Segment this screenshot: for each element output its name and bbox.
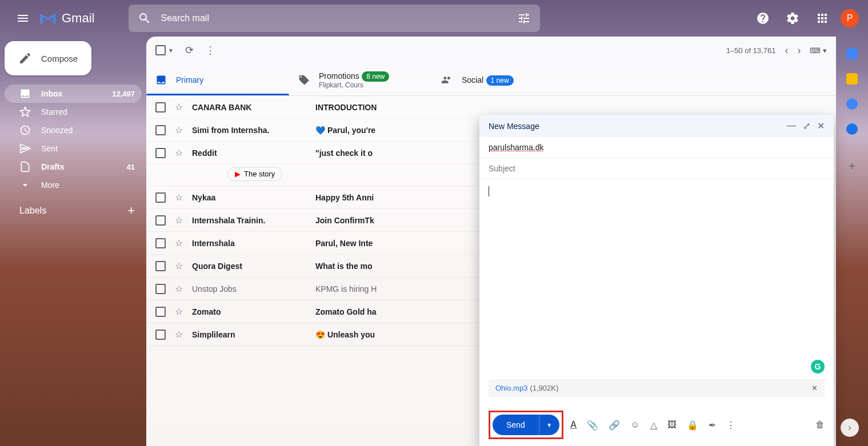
emoji-icon[interactable]: ☺ <box>630 420 639 430</box>
star-icon[interactable]: ☆ <box>175 283 183 294</box>
nav-drafts[interactable]: Drafts 41 <box>5 158 142 176</box>
nav-sent[interactable]: Sent <box>5 139 142 158</box>
star-icon[interactable]: ☆ <box>175 192 183 203</box>
star-icon[interactable]: ☆ <box>175 102 183 112</box>
signature-icon[interactable]: ✒ <box>709 420 716 431</box>
tab-primary[interactable]: Primary <box>146 64 289 95</box>
search-options-icon[interactable] <box>517 11 531 25</box>
category-tabs: Primary Promotions 8 new Flipkart, Cours… <box>146 64 836 96</box>
send-button[interactable]: Send <box>493 415 539 435</box>
star-icon[interactable]: ☆ <box>175 215 183 226</box>
email-checkbox[interactable] <box>155 148 166 158</box>
email-sender: Unstop Jobs <box>192 284 306 294</box>
email-checkbox[interactable] <box>155 261 166 271</box>
star-icon[interactable]: ☆ <box>175 147 183 158</box>
discard-draft-button[interactable]: 🗑 <box>815 420 825 430</box>
nav-snoozed[interactable]: Snoozed <box>5 121 142 139</box>
star-icon[interactable]: ☆ <box>175 329 183 340</box>
format-icon[interactable]: A <box>570 420 577 430</box>
inbox-icon <box>19 88 31 99</box>
confidential-icon[interactable]: 🔒 <box>687 420 698 431</box>
toolbar: ▼ ⟳ ⋮ 1–50 of 13,761 ‹ › ⌨ ▾ <box>146 37 836 64</box>
link-icon[interactable]: 🔗 <box>609 420 620 431</box>
star-icon[interactable]: ☆ <box>175 260 183 271</box>
compose-button[interactable]: Compose <box>5 41 91 75</box>
fullscreen-button[interactable]: ⤢ <box>803 120 810 131</box>
labels-header: Labels + <box>5 194 142 223</box>
next-page-button[interactable]: › <box>797 45 801 57</box>
calendar-app-icon[interactable] <box>846 48 858 59</box>
email-checkbox[interactable] <box>155 284 166 294</box>
email-subject: Zomato Gold ha <box>315 307 377 316</box>
email-sender: Simi from Internsha. <box>192 126 306 135</box>
recipients-field[interactable]: parulsharma.dk <box>479 137 834 158</box>
select-dropdown[interactable]: ▼ <box>168 47 174 54</box>
gmail-logo[interactable]: Gmail <box>39 11 94 26</box>
close-button[interactable]: ✕ <box>817 120 825 131</box>
compose-header[interactable]: New Message — ⤢ ✕ <box>479 115 834 137</box>
minimize-button[interactable]: — <box>787 120 796 131</box>
compose-title: New Message <box>489 122 539 131</box>
clock-icon <box>19 124 31 136</box>
nav-starred[interactable]: Starred <box>5 103 142 121</box>
show-side-panel-button[interactable]: › <box>841 419 859 437</box>
search-icon <box>138 11 151 25</box>
grammarly-icon[interactable]: G <box>811 360 825 373</box>
email-checkbox[interactable] <box>155 192 166 203</box>
settings-button[interactable] <box>781 7 804 30</box>
attachment-name[interactable]: Ohio.mp3 <box>495 384 527 392</box>
email-checkbox[interactable] <box>155 102 166 112</box>
main-menu-button[interactable] <box>9 5 37 32</box>
keep-app-icon[interactable] <box>846 73 858 85</box>
send-highlight: Send ▼ <box>489 411 563 439</box>
remove-attachment-button[interactable]: ✕ <box>811 384 818 392</box>
tab-promotions[interactable]: Promotions 8 new Flipkart, Cours <box>289 64 432 95</box>
email-checkbox[interactable] <box>155 330 166 340</box>
attachment-chip[interactable]: ▶ The story <box>227 167 282 181</box>
email-checkbox[interactable] <box>155 307 166 317</box>
input-tools-button[interactable]: ⌨ ▾ <box>810 46 827 55</box>
account-avatar[interactable]: P <box>841 9 859 27</box>
email-sender: Internshala Trainin. <box>192 216 306 225</box>
more-options-icon[interactable]: ⋮ <box>726 420 735 431</box>
subject-field[interactable] <box>479 158 834 179</box>
email-sender: Simplilearn <box>192 330 306 339</box>
compose-footer: Send ▼ A 📎 🔗 ☺ △ 🖼 🔒 ✒ ⋮ 🗑 <box>479 404 834 446</box>
image-icon[interactable]: 🖼 <box>667 420 677 430</box>
email-subject: Happy 5th Anni <box>315 193 374 202</box>
attachment-size: (1,902K) <box>530 384 558 392</box>
file-icon <box>19 161 31 172</box>
support-button[interactable] <box>751 7 774 30</box>
tab-social[interactable]: Social 1 new <box>432 64 575 95</box>
pencil-icon <box>18 51 32 65</box>
attach-icon[interactable]: 📎 <box>587 420 598 431</box>
email-checkbox[interactable] <box>155 215 166 226</box>
select-all-checkbox[interactable] <box>155 45 166 55</box>
tasks-app-icon[interactable] <box>846 98 858 110</box>
compose-label: Compose <box>41 54 78 63</box>
add-app-button[interactable]: + <box>849 160 855 173</box>
star-icon[interactable]: ☆ <box>175 306 183 317</box>
add-label-button[interactable]: + <box>127 203 135 218</box>
refresh-button[interactable]: ⟳ <box>185 44 194 57</box>
nav-more[interactable]: More <box>5 176 142 194</box>
star-icon[interactable]: ☆ <box>175 238 183 248</box>
email-sender: Internshala <box>192 239 306 248</box>
email-subject: Parul, New Inte <box>315 239 373 248</box>
nav-inbox[interactable]: Inbox 12,497 <box>5 85 142 103</box>
email-subject: 😍 Unleash you <box>315 330 375 339</box>
star-icon[interactable]: ☆ <box>175 124 183 135</box>
apps-button[interactable] <box>811 7 834 30</box>
contacts-app-icon[interactable] <box>846 123 858 135</box>
search-box[interactable] <box>129 5 540 32</box>
prev-page-button[interactable]: ‹ <box>785 45 788 57</box>
more-button[interactable]: ⋮ <box>205 44 215 57</box>
email-checkbox[interactable] <box>155 125 166 135</box>
drive-icon[interactable]: △ <box>650 420 657 431</box>
search-input[interactable] <box>161 13 508 23</box>
email-checkbox[interactable] <box>155 238 166 248</box>
compose-body[interactable]: G <box>479 179 834 379</box>
send-icon <box>19 143 31 154</box>
send-options-button[interactable]: ▼ <box>539 415 559 435</box>
subject-input[interactable] <box>489 164 825 173</box>
